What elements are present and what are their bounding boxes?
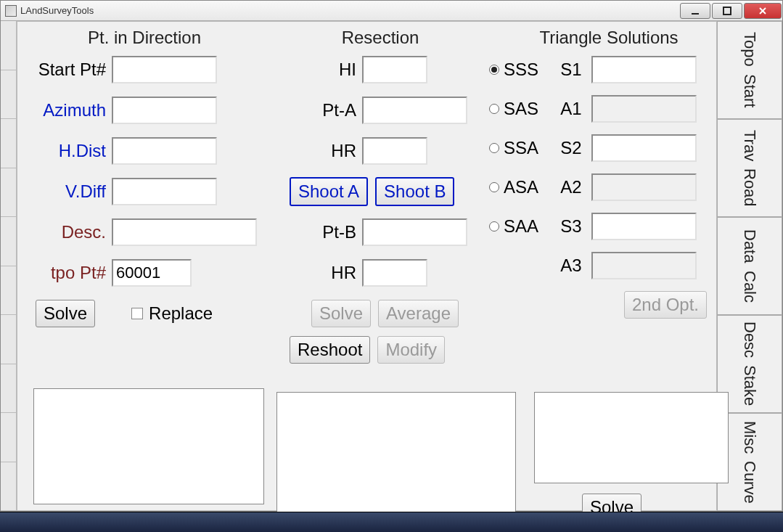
left-tab[interactable] [1, 217, 16, 266]
vdiff-label: V.Diff [25, 181, 112, 202]
azimuth-input[interactable] [112, 97, 217, 124]
s2-label: S2 [558, 138, 584, 158]
maximize-button[interactable] [712, 3, 742, 19]
a3-input[interactable] [591, 252, 697, 279]
replace-label: Replace [149, 303, 213, 324]
a3-label: A3 [558, 255, 584, 276]
radio-ssa[interactable]: SSA [489, 138, 551, 158]
s1-input[interactable] [591, 56, 697, 83]
resection-solve-button[interactable]: Solve [311, 300, 371, 327]
desc-input[interactable] [112, 218, 257, 246]
shoot-a-button[interactable]: Shoot A [290, 177, 368, 206]
pt-output-box[interactable] [33, 388, 264, 504]
azimuth-label: Azimuth [25, 100, 112, 120]
s1-label: S1 [558, 60, 584, 80]
checkbox-icon [131, 308, 143, 319]
hdist-label: H.Dist [25, 141, 112, 161]
left-tab[interactable] [1, 21, 16, 70]
radio-icon [489, 104, 499, 114]
left-tab[interactable] [1, 168, 16, 218]
radio-icon [489, 182, 499, 192]
left-tab[interactable] [1, 413, 16, 462]
window-title: LAndSurveyTools [20, 5, 94, 16]
resection-section: Resection HI Pt-A HR Shoot A Shoot B [275, 28, 485, 376]
s3-input[interactable] [591, 213, 697, 240]
average-button[interactable]: Average [378, 300, 459, 327]
pt-solve-button[interactable]: Solve [36, 300, 95, 327]
triangle-section: Triangle Solutions SSS S1 SAS A1 SSA S2 [489, 28, 729, 330]
radio-sas[interactable]: SAS [489, 99, 551, 119]
left-tab[interactable] [1, 266, 16, 316]
replace-checkbox[interactable]: Replace [131, 303, 213, 324]
pt-a-label: Pt-A [275, 100, 362, 120]
titlebar[interactable]: LAndSurveyTools [1, 1, 782, 21]
left-tab[interactable] [1, 119, 16, 168]
triangle-output-box[interactable] [534, 392, 729, 483]
a1-label: A1 [558, 99, 584, 119]
hi-label: HI [275, 60, 362, 80]
svg-rect-1 [723, 7, 731, 15]
hr-a-input[interactable] [362, 137, 427, 165]
hr-b-label: HR [275, 263, 362, 283]
pt-a-input[interactable] [362, 97, 467, 124]
triangle-title: Triangle Solutions [489, 28, 729, 48]
radio-asa[interactable]: ASA [489, 177, 551, 197]
hr-a-label: HR [275, 141, 362, 161]
pt-direction-title: Pt. in Direction [25, 28, 264, 48]
start-pt-label: Start Pt# [25, 60, 112, 80]
radio-icon [489, 65, 499, 75]
radio-sss[interactable]: SSS [489, 60, 551, 80]
vdiff-input[interactable] [112, 178, 217, 205]
tpo-pt-input[interactable] [112, 259, 192, 287]
radio-icon [489, 221, 499, 232]
a1-input[interactable] [591, 95, 697, 123]
start-pt-input[interactable] [112, 56, 217, 83]
resection-output-box[interactable] [276, 392, 516, 523]
s2-input[interactable] [591, 134, 697, 162]
pt-b-label: Pt-B [275, 222, 362, 242]
taskbar[interactable] [0, 512, 783, 532]
minimize-button[interactable] [680, 3, 710, 19]
second-opt-button[interactable]: 2nd Opt. [624, 291, 707, 319]
resection-title: Resection [275, 28, 485, 48]
radio-saa[interactable]: SAA [489, 216, 551, 237]
content-panel: Pt. in Direction Start Pt# Azimuth H.Dis… [17, 21, 717, 511]
left-tab[interactable] [1, 462, 16, 512]
tpo-pt-label: tpo Pt# [25, 263, 112, 283]
reshoot-button[interactable]: Reshoot [290, 336, 370, 364]
shoot-b-button[interactable]: Shoot B [375, 177, 454, 206]
a2-input[interactable] [591, 173, 697, 201]
left-tab[interactable] [1, 70, 16, 120]
desc-label: Desc. [25, 222, 112, 242]
hi-input[interactable] [362, 56, 427, 83]
client-area: Pt. in Direction Start Pt# Azimuth H.Dis… [1, 21, 782, 511]
close-button[interactable] [744, 3, 782, 19]
pt-direction-section: Pt. in Direction Start Pt# Azimuth H.Dis… [25, 28, 264, 340]
pt-b-input[interactable] [362, 218, 467, 246]
hr-b-input[interactable] [362, 259, 427, 287]
hdist-input[interactable] [112, 137, 217, 165]
modify-button[interactable]: Modify [377, 336, 445, 364]
left-tab[interactable] [1, 315, 16, 364]
a2-label: A2 [558, 177, 584, 197]
s3-label: S3 [558, 216, 584, 237]
left-tab[interactable] [1, 364, 16, 414]
app-window: LAndSurveyTools Pt. in Dire [0, 0, 783, 512]
app-icon [5, 5, 17, 17]
radio-icon [489, 143, 499, 153]
left-tab-strip [1, 21, 17, 511]
